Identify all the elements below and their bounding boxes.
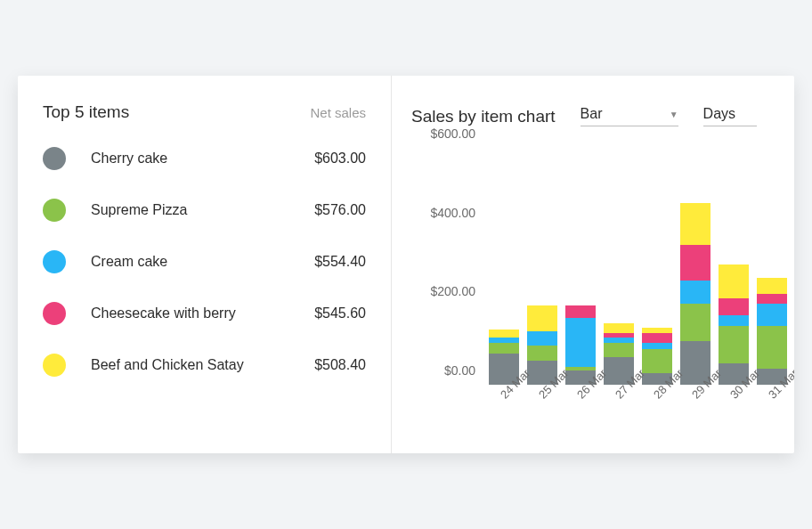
x-axis-labels: 24 Mar25 Mar26 Mar27 Mar28 Mar29 Mar30 M…	[481, 385, 794, 442]
chart-bar[interactable]	[680, 203, 710, 385]
chart-bar-segment	[642, 328, 672, 334]
color-dot-icon	[43, 354, 66, 377]
chevron-down-icon: ▼	[670, 110, 678, 119]
chart-panel: Sales by item chart Bar ▼ Days $0.00$200…	[392, 76, 794, 453]
top-items-list: Cherry cake$603.00Supreme Pizza$576.00Cr…	[43, 147, 366, 377]
chart-bar-segment	[642, 349, 672, 373]
top-items-header: Top 5 items Net sales	[43, 102, 366, 122]
chart-bar-segment	[680, 281, 710, 305]
chart-bar-segment	[604, 343, 634, 357]
item-amount: $508.40	[314, 357, 366, 373]
chart-bar-segment	[719, 326, 749, 363]
chart-bar[interactable]	[565, 305, 596, 385]
chart-bar-segment	[527, 331, 557, 346]
y-tick-label: $0.00	[444, 363, 475, 378]
chart-bar-segment	[604, 323, 634, 333]
chart-bar-segment	[604, 338, 634, 344]
chart-bar-segment	[719, 315, 749, 325]
chart-type-value: Bar	[581, 106, 603, 122]
item-amount: $554.40	[314, 254, 366, 270]
y-axis-labels: $0.00$200.00$400.00$600.00	[411, 148, 475, 385]
chart-period-dropdown[interactable]: Days	[703, 102, 757, 126]
chart-bar-segment	[680, 245, 710, 281]
chart-bar-segment	[642, 333, 672, 343]
chart-bar-segment	[680, 304, 710, 341]
dashboard-card: Top 5 items Net sales Cherry cake$603.00…	[18, 76, 794, 453]
top-items-title: Top 5 items	[43, 102, 129, 122]
chart-area: $0.00$200.00$400.00$600.00 24 Mar25 Mar2…	[411, 148, 794, 442]
chart-bar-segment	[757, 304, 787, 325]
chart-bar-segment	[757, 326, 787, 370]
item-name: Cheesecake with berry	[91, 305, 314, 321]
color-dot-icon	[43, 147, 66, 170]
list-item[interactable]: Supreme Pizza$576.00	[43, 199, 366, 222]
chart-period-value: Days	[703, 106, 735, 122]
item-name: Beef and Chicken Satay	[91, 357, 314, 373]
chart-bar[interactable]	[527, 305, 557, 385]
chart-bar-segment	[565, 305, 596, 317]
color-dot-icon	[43, 199, 66, 222]
y-tick-label: $400.00	[430, 206, 475, 220]
chart-plot	[481, 148, 794, 385]
item-name: Supreme Pizza	[91, 202, 314, 218]
chart-bar[interactable]	[719, 264, 749, 385]
list-item[interactable]: Beef and Chicken Satay$508.40	[43, 354, 366, 377]
chart-header: Sales by item chart Bar ▼ Days	[411, 102, 794, 126]
chart-bar[interactable]	[757, 278, 787, 385]
y-tick-label: $600.00	[430, 126, 475, 141]
chart-bar-segment	[757, 294, 787, 304]
chart-title: Sales by item chart	[411, 107, 556, 126]
chart-bar-segment	[565, 318, 596, 367]
color-dot-icon	[43, 302, 66, 325]
chart-bar-segment	[527, 346, 557, 362]
item-name: Cherry cake	[91, 151, 314, 167]
item-name: Cream cake	[91, 254, 314, 270]
item-amount: $603.00	[314, 151, 366, 167]
list-item[interactable]: Cream cake$554.40	[43, 250, 366, 273]
chart-bar-segment	[680, 203, 710, 245]
y-tick-label: $200.00	[430, 284, 475, 298]
chart-bar-segment	[489, 338, 519, 344]
chart-bar-segment	[757, 278, 787, 294]
chart-bar-segment	[719, 264, 749, 298]
item-amount: $576.00	[314, 202, 366, 218]
chart-type-dropdown[interactable]: Bar ▼	[581, 102, 678, 126]
list-item[interactable]: Cherry cake$603.00	[43, 147, 366, 170]
chart-bar-segment	[489, 330, 519, 338]
net-sales-label: Net sales	[310, 105, 366, 120]
top-items-panel: Top 5 items Net sales Cherry cake$603.00…	[18, 76, 392, 453]
item-amount: $545.60	[314, 305, 366, 321]
color-dot-icon	[43, 250, 66, 273]
chart-bars	[481, 148, 794, 385]
list-item[interactable]: Cheesecake with berry$545.60	[43, 302, 366, 325]
chart-bar-segment	[527, 305, 557, 331]
chart-bar-segment	[719, 298, 749, 316]
chart-bar-segment	[489, 343, 519, 353]
chart-bar-segment	[642, 343, 672, 349]
